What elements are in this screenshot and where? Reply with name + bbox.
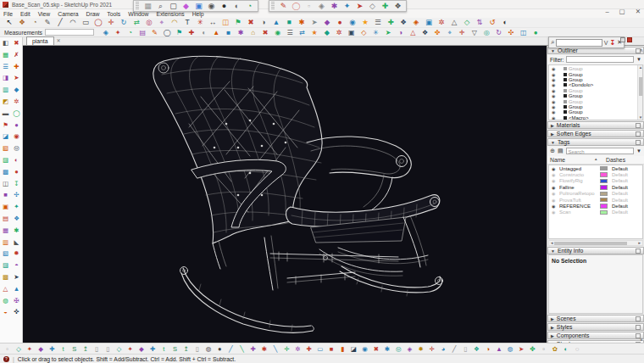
toolbar-icon[interactable]: ◈: [404, 344, 415, 354]
collapsed-panel-header[interactable]: ▶ Soften Edges: [547, 130, 644, 137]
tag-color-swatch[interactable]: [600, 166, 608, 171]
palette-tool-icon[interactable]: ▧: [0, 248, 11, 260]
eye-icon[interactable]: ◉: [552, 99, 557, 104]
tag-dashes-value[interactable]: Default: [609, 185, 640, 190]
palette-tool-icon[interactable]: ✜: [11, 306, 22, 318]
toolbar-icon[interactable]: ◪: [348, 344, 359, 354]
eye-icon[interactable]: ◉: [552, 104, 557, 109]
palette-tool-icon[interactable]: ▥: [0, 237, 11, 249]
palette-tool-icon[interactable]: ◆: [11, 84, 22, 96]
toolbar-icon[interactable]: ╱: [225, 344, 236, 354]
toolbar-icon[interactable]: ◑: [482, 344, 493, 354]
palette-tool-icon[interactable]: △: [0, 283, 11, 295]
toolbar-icon[interactable]: ◇: [114, 344, 125, 354]
palette-tool-icon[interactable]: ◪: [0, 131, 11, 142]
eye-icon[interactable]: ◉: [552, 204, 558, 209]
panel-options-button[interactable]: [636, 316, 641, 321]
toolbar-icon[interactable]: ◐: [499, 18, 511, 27]
tag-row[interactable]: ◉ FlowifyRig Default: [549, 178, 642, 184]
toolbar-icon[interactable]: ✚: [186, 28, 197, 37]
toolbar-icon[interactable]: ✚: [379, 2, 391, 11]
palette-tool-icon[interactable]: ▩: [0, 166, 11, 178]
palette-tool-icon[interactable]: ◣: [11, 237, 22, 249]
menu-item[interactable]: Draw: [86, 11, 99, 17]
eye-icon[interactable]: ◉: [552, 72, 557, 77]
toolbar-icon[interactable]: t: [158, 344, 169, 354]
tag-row[interactable]: ◉ PoltronaRetopo Default: [549, 191, 642, 197]
palette-tool-icon[interactable]: ◍: [0, 295, 11, 307]
toolbar-icon[interactable]: ⇅: [474, 18, 486, 27]
toolbar-icon[interactable]: ✖: [259, 28, 271, 37]
palette-tool-icon[interactable]: ⚑: [0, 120, 11, 131]
toolbar-icon[interactable]: ◯: [290, 2, 303, 11]
toolbar-icon[interactable]: ●: [334, 18, 346, 27]
toolbar-icon[interactable]: ◉: [347, 18, 358, 27]
eye-icon[interactable]: ◉: [552, 166, 558, 171]
toolbar-icon[interactable]: ◯: [92, 18, 104, 27]
search-dropdown[interactable]: V: [604, 40, 608, 46]
tag-dashes-value[interactable]: Default: [609, 204, 640, 209]
toolbar-icon[interactable]: ■: [223, 28, 235, 37]
tags-column-name[interactable]: Name: [550, 157, 594, 163]
menu-item[interactable]: Edit: [20, 11, 31, 17]
tag-dashes-value[interactable]: Default: [609, 198, 640, 203]
toolbar-icon[interactable]: ▲: [210, 28, 222, 37]
toolbar-icon[interactable]: ↺: [486, 18, 498, 27]
tags-search-input[interactable]: Search: [566, 148, 635, 154]
toolbar-icon[interactable]: ◐: [198, 28, 210, 37]
toolbar-icon[interactable]: ◇: [366, 2, 379, 11]
toolbar-icon[interactable]: ●: [214, 344, 225, 354]
palette-tool-icon[interactable]: ▤: [0, 213, 11, 225]
toolbar-icon[interactable]: ✛: [105, 18, 117, 27]
palette-tool-icon[interactable]: ◫: [0, 178, 11, 190]
toolbar-icon[interactable]: ◈: [315, 2, 328, 11]
toolbar-icon[interactable]: ◆: [36, 344, 47, 354]
toolbar-icon[interactable]: ■: [325, 344, 336, 354]
toolbar-icon[interactable]: ⚑: [232, 18, 244, 27]
toolbar-icon[interactable]: ◠: [67, 18, 79, 27]
toolbar-icon[interactable]: S: [169, 344, 180, 354]
eye-icon[interactable]: ◉: [552, 77, 557, 82]
eye-icon[interactable]: ◉: [552, 82, 557, 87]
scene-tab-pianta[interactable]: pianta: [26, 36, 54, 45]
toolbar-icon[interactable]: ◇: [358, 28, 369, 37]
toolbar-icon[interactable]: ✱: [235, 28, 247, 37]
close-button[interactable]: ✕: [636, 8, 641, 15]
toolbar-icon[interactable]: ✛: [426, 344, 437, 354]
eye-icon[interactable]: ◉: [552, 198, 558, 203]
tray-close-button[interactable]: [627, 37, 632, 42]
toolbar-icon[interactable]: ✱: [381, 344, 392, 354]
pin-icon[interactable]: ↧: [609, 39, 615, 47]
toolbar-icon[interactable]: ↔: [207, 18, 219, 27]
tray-pin-button[interactable]: [620, 37, 625, 42]
outliner-filter-input[interactable]: [566, 56, 634, 63]
palette-tool-icon[interactable]: ➤: [11, 271, 22, 283]
toolbar-icon[interactable]: ◫: [219, 18, 231, 27]
toolbar-icon[interactable]: ◐: [560, 344, 571, 354]
collapsed-panel-header[interactable]: ▶ Materials: [547, 121, 644, 129]
toolbar-icon[interactable]: ◎: [480, 28, 492, 37]
toolbar-icon[interactable]: ✱: [328, 2, 341, 11]
toolbar-icon[interactable]: ❖: [471, 344, 482, 354]
toolbar-icon[interactable]: ■: [283, 18, 295, 27]
toolbar-icon[interactable]: ◑: [258, 18, 269, 27]
toolbar-icon[interactable]: ✚: [385, 18, 397, 27]
search-input[interactable]: [556, 39, 602, 47]
toolbar-icon[interactable]: ✲: [436, 18, 447, 27]
toolbar-icon[interactable]: ╲: [270, 344, 281, 354]
toolbar-icon[interactable]: ◯: [161, 28, 173, 37]
palette-tool-icon[interactable]: ✦: [11, 201, 22, 213]
toolbar-icon[interactable]: ⌕: [154, 2, 167, 11]
toolbar-icon[interactable]: ✛: [281, 344, 292, 354]
toolbar-icon[interactable]: ╲: [236, 344, 247, 354]
panel-options-button[interactable]: [636, 325, 641, 330]
palette-tool-icon[interactable]: ▧: [0, 142, 11, 154]
toolbar-icon[interactable]: ★: [359, 18, 371, 27]
tag-row[interactable]: ◉ Untagged Default: [549, 165, 642, 171]
toolbar-icon[interactable]: ➤: [353, 2, 366, 11]
palette-tool-icon[interactable]: ✲: [11, 96, 22, 108]
scrollbar-thumb[interactable]: [554, 242, 627, 245]
filter-details-icon[interactable]: ▼: [636, 57, 641, 62]
toolbar-icon[interactable]: ▭: [80, 18, 92, 27]
eye-icon[interactable]: ◉: [552, 209, 558, 215]
